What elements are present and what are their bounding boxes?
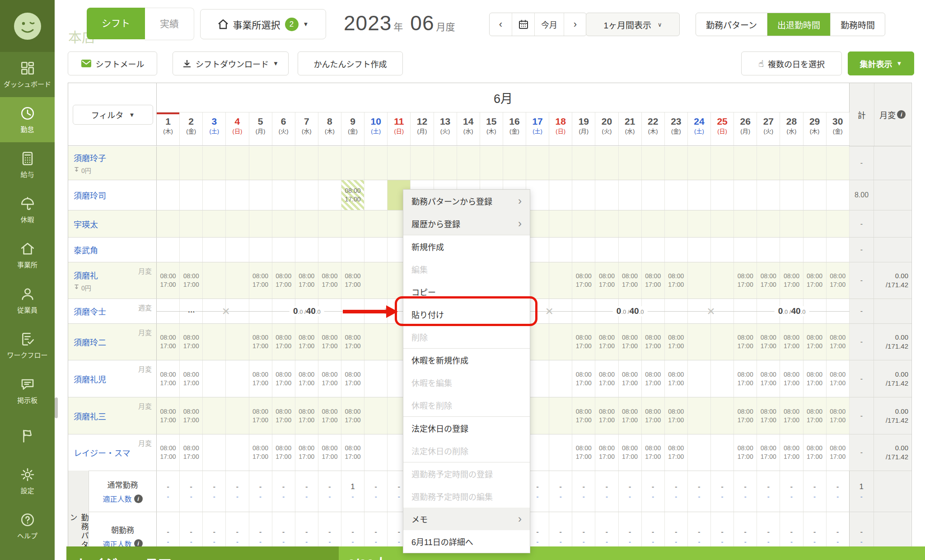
shift-cell[interactable] xyxy=(549,238,572,262)
shift-cell[interactable] xyxy=(734,146,757,180)
employee-name-link[interactable]: 須磨玲司 xyxy=(74,189,156,201)
day-header-7[interactable]: 7(水) xyxy=(295,112,318,145)
shift-cell[interactable] xyxy=(364,238,388,262)
shift-cell[interactable] xyxy=(364,146,388,180)
shift-cell[interactable]: 08:0017:00 xyxy=(341,360,364,397)
shift-cell[interactable] xyxy=(364,397,388,434)
shift-cell[interactable] xyxy=(572,238,595,262)
shift-cell[interactable] xyxy=(595,210,618,237)
shift-cell[interactable]: 08:0017:00 xyxy=(272,262,295,299)
shift-cell[interactable] xyxy=(665,180,688,210)
shift-cell[interactable]: 08:0017:00 xyxy=(827,324,850,360)
shift-cell[interactable]: 08:0017:00 xyxy=(318,434,341,471)
pattern-day-cell[interactable]: -- xyxy=(549,471,572,512)
shift-cell[interactable] xyxy=(804,299,827,323)
shift-cell[interactable] xyxy=(272,180,295,210)
shift-cell[interactable] xyxy=(295,238,318,262)
pattern-day-cell[interactable]: -- xyxy=(619,471,642,512)
menu-item[interactable]: 新規作成 xyxy=(403,235,530,258)
shift-cell[interactable] xyxy=(711,238,734,262)
multi-day-select-button[interactable]: ☝ 複数の日を選択 xyxy=(741,51,842,75)
shift-cell[interactable] xyxy=(295,180,318,210)
sidebar-item-board[interactable]: 掲示板 xyxy=(0,368,55,413)
day-header-29[interactable]: 29(木) xyxy=(804,112,827,145)
shift-cell[interactable] xyxy=(364,360,388,397)
shift-cell[interactable]: 08:0017:00 xyxy=(642,360,665,397)
shift-cell[interactable] xyxy=(318,146,341,180)
shift-cell[interactable]: 08:0017:00 xyxy=(780,262,803,299)
shift-cell[interactable]: 08:0017:00 xyxy=(318,262,341,299)
shift-cell[interactable]: 08:0017:00 xyxy=(249,434,272,471)
shift-cell[interactable] xyxy=(203,180,226,210)
day-header-8[interactable]: 8(木) xyxy=(318,112,341,145)
shift-cell[interactable]: 08:0017:00 xyxy=(572,434,595,471)
shift-cell[interactable]: 08:0017:00 xyxy=(180,434,203,471)
shift-cell[interactable]: 08:0017:00 xyxy=(341,397,364,434)
shift-cell[interactable] xyxy=(688,180,711,210)
shift-cell[interactable] xyxy=(549,360,572,397)
shift-cell[interactable] xyxy=(180,146,203,180)
day-header-1[interactable]: 1(木) xyxy=(157,112,180,145)
shift-cell[interactable]: 08:0017:00 xyxy=(780,397,803,434)
shift-cell[interactable] xyxy=(642,299,665,323)
shift-cell[interactable] xyxy=(318,180,341,210)
shift-cell[interactable] xyxy=(711,210,734,237)
sidebar-item-workflow[interactable]: ワークフロー xyxy=(0,323,55,368)
shift-cell[interactable] xyxy=(827,238,850,262)
shift-cell[interactable] xyxy=(572,299,595,323)
shift-cell[interactable]: 08:0017:00 xyxy=(734,360,757,397)
shift-cell[interactable] xyxy=(665,146,688,180)
employee-name-link[interactable]: 須磨玲二 xyxy=(74,336,156,348)
day-header-26[interactable]: 26(月) xyxy=(734,112,757,145)
shift-cell[interactable] xyxy=(665,238,688,262)
day-header-4[interactable]: 4(日) xyxy=(226,112,249,145)
sidebar-item-person[interactable]: 従業員 xyxy=(0,278,55,323)
shift-cell[interactable]: 08:0017:00 xyxy=(734,434,757,471)
shift-cell[interactable] xyxy=(180,299,203,323)
shift-cell[interactable] xyxy=(226,262,249,299)
shift-cell[interactable]: 08:0017:00 xyxy=(157,360,180,397)
employee-name-link[interactable]: 泰武角 xyxy=(74,244,156,256)
shift-cell[interactable] xyxy=(688,299,711,323)
shift-cell[interactable] xyxy=(388,146,411,180)
shift-cell[interactable] xyxy=(226,180,249,210)
shift-cell[interactable] xyxy=(549,146,572,180)
shift-cell[interactable]: 08:0017:00 xyxy=(572,324,595,360)
shift-cell[interactable]: 08:0017:00 xyxy=(272,397,295,434)
summary-display-button[interactable]: 集計表示 ▼ xyxy=(848,51,914,75)
shift-cell[interactable] xyxy=(203,360,226,397)
day-header-13[interactable]: 13(火) xyxy=(434,112,457,145)
shift-cell[interactable] xyxy=(203,324,226,360)
shift-cell[interactable]: 08:0017:00 xyxy=(157,397,180,434)
shift-cell[interactable]: 08:0017:00 xyxy=(341,180,364,210)
pattern-day-cell[interactable]: -- xyxy=(318,471,341,512)
shift-cell[interactable]: 08:0017:00 xyxy=(595,397,618,434)
shift-cell[interactable] xyxy=(203,146,226,180)
pattern-day-cell[interactable]: -- xyxy=(180,471,203,512)
shift-cell[interactable] xyxy=(157,238,180,262)
employee-name-link[interactable]: レイジー・スマ xyxy=(74,447,156,458)
shift-cell[interactable] xyxy=(711,324,734,360)
shift-cell[interactable]: 08:0017:00 xyxy=(642,434,665,471)
pattern-day-cell[interactable]: 1- xyxy=(341,471,364,512)
shift-cell[interactable] xyxy=(619,180,642,210)
day-header-21[interactable]: 21(水) xyxy=(619,112,642,145)
shift-cell[interactable] xyxy=(572,146,595,180)
shift-cell[interactable] xyxy=(688,434,711,471)
pattern-day-cell[interactable]: -- xyxy=(757,471,780,512)
day-header-16[interactable]: 16(金) xyxy=(503,112,526,145)
day-header-14[interactable]: 14(水) xyxy=(457,112,480,145)
shift-cell[interactable]: 08:0017:00 xyxy=(180,360,203,397)
shift-cell[interactable]: 08:0017:00 xyxy=(157,324,180,360)
shift-mail-button[interactable]: シフトメール xyxy=(68,51,157,75)
day-header-22[interactable]: 22(木) xyxy=(642,112,665,145)
pattern-day-cell[interactable]: -- xyxy=(249,471,272,512)
day-header-12[interactable]: 12(月) xyxy=(411,112,434,145)
shift-cell[interactable] xyxy=(827,146,850,180)
tab-actual[interactable]: 実績 xyxy=(145,8,194,40)
shift-cell[interactable]: 08:0017:00 xyxy=(827,360,850,397)
day-header-15[interactable]: 15(木) xyxy=(480,112,503,145)
menu-item[interactable]: 6月11日の詳細へ xyxy=(403,530,530,553)
shift-cell[interactable] xyxy=(642,238,665,262)
shift-cell[interactable] xyxy=(226,434,249,471)
